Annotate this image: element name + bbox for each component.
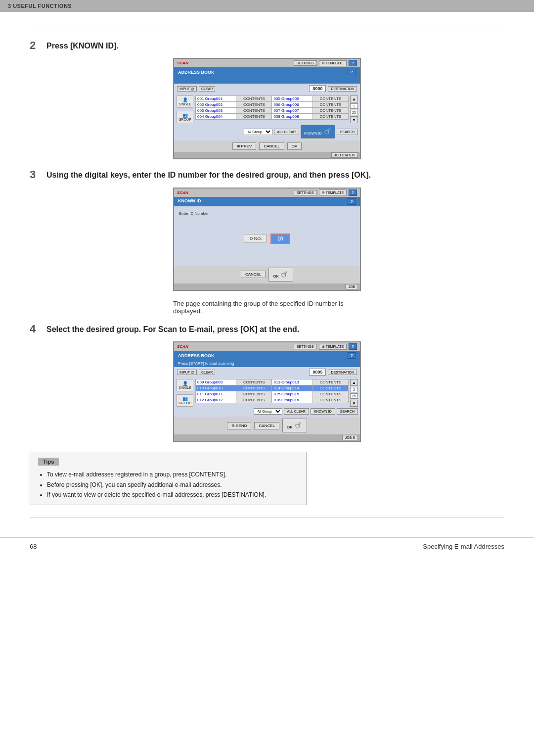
screen3-send-btn[interactable]: ⊕ SEND — [227, 422, 251, 429]
step3-text: Using the digital keys, enter the ID num… — [46, 168, 371, 181]
screen3-template-btn[interactable]: ⊕ TEMPLATE — [319, 344, 347, 350]
screen1-search-btn[interactable]: SEARCH — [337, 129, 358, 135]
screen3-ab-help[interactable]: ? — [348, 352, 356, 359]
screen2-cancel-btn[interactable]: CANCEL — [241, 271, 266, 278]
screen2-right-buttons: SETTINGS ⊕ TEMPLATE ? — [294, 189, 357, 196]
scan-screen-1: SCAN SETTINGS ⊕ TEMPLATE ? ADDRESS BOOK … — [173, 58, 361, 159]
screen3-container: SCAN SETTINGS ⊕ TEMPLATE ? ADDRESS BOOK … — [30, 341, 504, 442]
screen2-body: Enter ID Number ID NO. 10 — [174, 206, 360, 266]
table-row: 002 Group002 CONTENTS 006 Group006 CONTE… — [196, 102, 349, 108]
screen1-input-row: INPUT @ CLEAR 0000 DESTINATION — [174, 84, 360, 94]
screen1-ab-help[interactable]: ? — [348, 69, 356, 75]
screen1-destination-btn[interactable]: DESTINATION — [328, 86, 357, 92]
screen3-settings-btn[interactable]: SETTINGS — [294, 344, 317, 349]
screen3-scan-label: SCAN — [177, 344, 188, 349]
explanation-text: The page containing the group of the spe… — [173, 300, 361, 315]
enter-id-label: Enter ID Number — [179, 211, 209, 216]
screen2-job-status-btn[interactable]: JOB — [345, 284, 358, 289]
screen1-known-id-btn[interactable]: KNOWN ID ☞ — [301, 125, 335, 139]
screen2-template-btn[interactable]: ⊕ TEMPLATE — [319, 189, 347, 195]
screen1-all-group-select[interactable]: All Group — [244, 129, 272, 135]
screen3-scroll-num25: 25 — [350, 393, 358, 399]
screen3-all-group-select[interactable]: All Group — [254, 408, 282, 415]
template-icon: ⊕ — [322, 61, 325, 65]
screen2-action-row: CANCEL OK ☞ — [174, 266, 360, 284]
page-title: Specifying E-mail Addresses — [423, 543, 504, 550]
known-id-screen: SCAN SETTINGS ⊕ TEMPLATE ? KNOWN ID ? En… — [173, 188, 361, 291]
screen1-ab-header: ADDRESS BOOK ? — [174, 67, 360, 77]
screen1-clear-btn[interactable]: CLEAR — [199, 86, 215, 92]
screen3-all-clear-btn[interactable]: ALL CLEAR — [284, 408, 309, 415]
tips-item-1: To view e-mail addresses registered in a… — [47, 470, 298, 479]
id-input-row: ID NO. 10 — [179, 234, 355, 244]
template-icon2: ⊕ — [322, 190, 325, 194]
screen3-help-btn[interactable]: ? — [349, 343, 357, 350]
id-no-label: ID NO. — [244, 234, 267, 243]
screen1-template-btn[interactable]: ⊕ TEMPLATE — [319, 60, 347, 66]
screen3-known-id-btn[interactable]: KNOWN ID — [311, 408, 335, 415]
cursor-hand-2: ☞ — [279, 268, 291, 281]
screen1-scroll-down[interactable]: ▼ — [350, 116, 358, 123]
screen2-help-btn[interactable]: ? — [349, 189, 357, 196]
screen1-notification — [174, 77, 360, 84]
screen3-cancel-btn[interactable]: CANCEL — [254, 422, 279, 429]
screen3-clear-btn[interactable]: CLEAR — [199, 370, 215, 375]
screen2-scan-label: SCAN — [177, 190, 188, 195]
screen1-group-icon[interactable]: 👥 GROUP — [177, 111, 193, 123]
screen3-scroll-btns: ▲ 2 25 ▼ — [350, 379, 358, 407]
screen1-all-clear-btn[interactable]: ALL CLEAR — [274, 129, 299, 135]
screen3-destination-btn[interactable]: DESTINATION — [328, 370, 357, 375]
screen3-body: 👤 SINGLE 👥 GROUP 009 — [174, 377, 360, 417]
step2-text: Press [KNOWN ID]. — [46, 39, 119, 51]
screen1-address-table: 001 Group001 CONTENTS 005 Group005 CONTE… — [195, 95, 349, 120]
table-row: 011 Group011 CONTENTS 015 Group015 CONTE… — [196, 391, 349, 397]
screen3-scroll-down[interactable]: ▼ — [350, 400, 358, 407]
screen1-ok-btn[interactable]: OK — [287, 142, 302, 150]
screen3-ab-header: ADDRESS BOOK ? — [174, 351, 360, 360]
step4-text: Select the desired group. For Scan to E-… — [46, 323, 299, 335]
screen2-ok-btn[interactable]: OK ☞ — [268, 268, 293, 282]
screen1-prev-btn[interactable]: ⊕ PREV — [232, 142, 257, 150]
cursor-hand-3: ☞ — [292, 419, 305, 432]
screen2-header-help[interactable]: ? — [348, 198, 356, 205]
page-footer: 68 Specifying E-mail Addresses — [0, 537, 534, 555]
screen1-main: 👤 SINGLE 👥 GROUP 001 — [176, 95, 358, 123]
screen3-group-icon[interactable]: 👥 GROUP — [177, 394, 193, 407]
screen3-input-btn[interactable]: INPUT @ — [177, 370, 197, 375]
screen1-scroll-up[interactable]: ▲ — [350, 95, 358, 102]
screen1-right-buttons: SETTINGS ⊕ TEMPLATE ? — [294, 60, 357, 66]
screen3-bottom-status: JOB S — [174, 434, 360, 441]
screen3-search-btn[interactable]: SEARCH — [337, 408, 358, 415]
screen1-scroll-num1: 1 — [350, 103, 358, 109]
prev-icon: ⊕ — [237, 144, 240, 148]
screen3-job-status-btn[interactable]: JOB S — [342, 435, 358, 440]
send-icon: ⊕ — [231, 424, 235, 428]
id-value-box[interactable]: 10 — [270, 234, 290, 244]
table-row: 012 Group012 CONTENTS 016 Group016 CONTE… — [196, 397, 349, 403]
screen2-known-id-header: KNOWN ID ? — [174, 197, 360, 206]
screen3-scroll-up[interactable]: ▲ — [350, 379, 358, 386]
screen1-input-btn[interactable]: INPUT @ — [177, 86, 197, 92]
screen1-footer: All Group ALL CLEAR KNOWN ID ☞ SEARCH — [176, 125, 358, 139]
tips-header: Tips — [38, 458, 59, 466]
table-row: 003 Group003 CONTENTS 007 Group007 CONTE… — [196, 108, 349, 114]
screen1-body: 👤 SINGLE 👥 GROUP 001 — [174, 94, 360, 141]
screen2-settings-btn[interactable]: SETTINGS — [294, 190, 317, 195]
screen3-scroll-num2: 2 — [350, 387, 358, 392]
screen1-help-btn[interactable]: ? — [349, 60, 357, 66]
table-row: 001 Group001 CONTENTS 005 Group005 CONTE… — [196, 96, 349, 102]
screen3-dest-count: 0005 — [309, 369, 326, 376]
cursor-hand-1: ☞ — [321, 125, 334, 139]
screen3-footer: All Group ALL CLEAR KNOWN ID SEARCH — [176, 408, 358, 415]
screen3-side-icons: 👤 SINGLE 👥 GROUP — [176, 379, 194, 407]
screen1-job-status-btn[interactable]: JOB STATUS — [331, 152, 358, 158]
screen1-settings-btn[interactable]: SETTINGS — [294, 60, 317, 66]
top-divider — [30, 27, 504, 27]
step3-number: 3 — [30, 168, 42, 181]
screen3-ok-btn[interactable]: OK ☞ — [282, 419, 307, 432]
screen1-cancel-btn[interactable]: CANCEL — [259, 142, 284, 150]
screen3-single-icon[interactable]: 👤 SINGLE — [177, 379, 193, 391]
screen1-single-icon[interactable]: 👤 SINGLE — [177, 95, 193, 108]
step4-number: 4 — [30, 323, 42, 335]
screen1-scroll-num25: 25 — [350, 110, 358, 115]
